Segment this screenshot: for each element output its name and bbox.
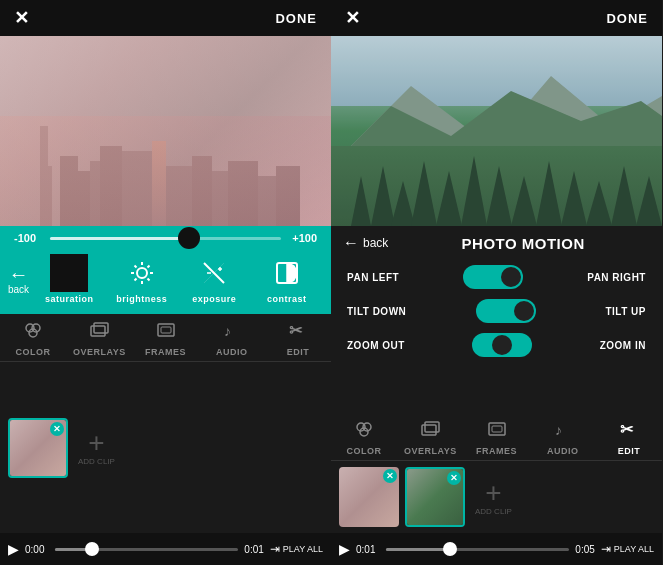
svg-line-7 bbox=[147, 266, 149, 268]
audio-label-left: AUDIO bbox=[216, 347, 248, 357]
audio-icon-left: ♪ bbox=[222, 320, 242, 345]
right-close-button[interactable]: ✕ bbox=[345, 7, 360, 29]
contrast-icon bbox=[274, 260, 300, 286]
svg-line-6 bbox=[147, 279, 149, 281]
exposure-label: exposure bbox=[192, 294, 236, 304]
exposure-icon bbox=[201, 260, 227, 286]
left-photo-area bbox=[0, 36, 331, 226]
slider-max-label: +100 bbox=[289, 232, 317, 244]
right-timeline: ▶ 0:01 0:05 ⇥ PLAY ALL bbox=[331, 533, 662, 565]
add-clip-label-right: ADD CLIP bbox=[475, 507, 512, 516]
svg-line-5 bbox=[134, 266, 136, 268]
zoom-in-label: ZOOM IN bbox=[600, 340, 646, 351]
tool-brightness[interactable]: brightness bbox=[106, 254, 178, 304]
toolbar-color-right[interactable]: COLOR bbox=[331, 419, 397, 456]
left-time-end: 0:01 bbox=[244, 544, 263, 555]
right-clip-1-delete[interactable]: ✕ bbox=[383, 469, 397, 483]
left-play-all-button[interactable]: ⇥ PLAY ALL bbox=[270, 542, 323, 556]
toolbar-color-left[interactable]: COLOR bbox=[0, 320, 66, 357]
overlays-label-right: OVERLAYS bbox=[404, 446, 457, 456]
right-top-bar: ✕ DONE bbox=[331, 0, 662, 36]
color-icon-left bbox=[23, 320, 43, 345]
frames-label-right: FRAMES bbox=[476, 446, 517, 456]
toolbar-audio-left[interactable]: ♪ AUDIO bbox=[199, 320, 265, 357]
play-all-label-left: PLAY ALL bbox=[283, 544, 323, 554]
svg-rect-44 bbox=[489, 423, 505, 435]
overlays-label-left: OVERLAYS bbox=[73, 347, 126, 357]
left-back-button[interactable]: ← back bbox=[8, 264, 29, 295]
pan-left-label: PAN LEFT bbox=[347, 272, 399, 283]
toolbar-edit-left[interactable]: ✂ EDIT bbox=[265, 320, 331, 357]
right-time-start: 0:01 bbox=[356, 544, 380, 555]
tilt-toggle[interactable] bbox=[476, 299, 536, 323]
right-play-all-button[interactable]: ⇥ PLAY ALL bbox=[601, 542, 654, 556]
overlays-icon-right bbox=[420, 419, 440, 444]
right-add-clip-button[interactable]: + ADD CLIP bbox=[475, 479, 512, 516]
back-arrow-icon: ← bbox=[9, 264, 29, 284]
svg-line-8 bbox=[134, 279, 136, 281]
left-add-clip-button[interactable]: + ADD CLIP bbox=[78, 429, 115, 466]
left-timeline-thumb[interactable] bbox=[85, 542, 99, 556]
toolbar-edit-right[interactable]: ✂ EDIT bbox=[596, 419, 662, 456]
left-play-button[interactable]: ▶ bbox=[8, 541, 19, 557]
toolbar-overlays-left[interactable]: OVERLAYS bbox=[66, 320, 132, 357]
left-timeline-track[interactable] bbox=[55, 548, 238, 551]
left-clip-row: ✕ + ADD CLIP bbox=[0, 362, 331, 533]
left-top-bar: ✕ DONE bbox=[0, 0, 331, 36]
color-icon-right bbox=[354, 419, 374, 444]
left-slider-area: -100 +100 bbox=[0, 226, 331, 248]
pan-toggle-row: PAN LEFT PAN RIGHT bbox=[331, 260, 662, 294]
right-clip-2[interactable]: ✕ bbox=[405, 467, 465, 527]
right-timeline-fill bbox=[386, 548, 450, 551]
brightness-icon bbox=[129, 260, 155, 286]
saturation-label: saturation bbox=[45, 294, 94, 304]
svg-rect-43 bbox=[425, 422, 439, 432]
toolbar-frames-right[interactable]: FRAMES bbox=[463, 419, 529, 456]
tool-saturation[interactable]: saturation bbox=[33, 254, 105, 304]
add-clip-label-left: ADD CLIP bbox=[78, 457, 115, 466]
right-back-button[interactable]: ← back bbox=[343, 234, 388, 252]
pan-toggle[interactable] bbox=[463, 265, 523, 289]
right-timeline-thumb[interactable] bbox=[443, 542, 457, 556]
slider-thumb[interactable] bbox=[178, 227, 200, 249]
right-play-button[interactable]: ▶ bbox=[339, 541, 350, 557]
toolbar-overlays-right[interactable]: OVERLAYS bbox=[397, 419, 463, 456]
zoom-toggle-row: ZOOM OUT ZOOM IN bbox=[331, 328, 662, 362]
svg-rect-20 bbox=[158, 324, 174, 336]
right-timeline-track[interactable] bbox=[386, 548, 569, 551]
play-all-icon-left: ⇥ bbox=[270, 542, 280, 556]
audio-label-right: AUDIO bbox=[547, 446, 579, 456]
right-panel: ✕ DONE bbox=[331, 0, 662, 565]
pan-right-label: PAN RIGHT bbox=[587, 272, 646, 283]
back-arrow-right-icon: ← bbox=[343, 234, 359, 252]
frames-label-left: FRAMES bbox=[145, 347, 186, 357]
svg-text:✂: ✂ bbox=[289, 322, 303, 339]
left-clip-1[interactable]: ✕ bbox=[8, 418, 68, 478]
toolbar-frames-left[interactable]: FRAMES bbox=[132, 320, 198, 357]
right-clip-2-delete[interactable]: ✕ bbox=[447, 471, 461, 485]
left-tool-row: ← back saturation bbox=[0, 248, 331, 314]
tool-contrast[interactable]: contrast bbox=[251, 254, 323, 304]
right-done-button[interactable]: DONE bbox=[606, 11, 648, 26]
zoom-toggle[interactable] bbox=[472, 333, 532, 357]
edit-icon-left: ✂ bbox=[288, 320, 308, 345]
left-done-button[interactable]: DONE bbox=[275, 11, 317, 26]
add-clip-plus-icon: + bbox=[88, 429, 104, 457]
right-clip-1[interactable]: ✕ bbox=[339, 467, 399, 527]
toolbar-audio-right[interactable]: ♪ AUDIO bbox=[530, 419, 596, 456]
contrast-icon-box bbox=[268, 254, 306, 292]
zoom-toggle-knob bbox=[492, 335, 512, 355]
back-label-right: back bbox=[363, 236, 388, 250]
tool-exposure[interactable]: exposure bbox=[178, 254, 250, 304]
slider-track[interactable] bbox=[50, 237, 281, 240]
play-all-icon-right: ⇥ bbox=[601, 542, 611, 556]
color-label-right: COLOR bbox=[347, 446, 382, 456]
brightness-label: brightness bbox=[116, 294, 167, 304]
svg-rect-21 bbox=[161, 327, 171, 333]
motion-controls: PAN LEFT PAN RIGHT TILT DOWN TILT UP ZOO… bbox=[331, 260, 662, 413]
svg-rect-18 bbox=[91, 326, 105, 336]
left-close-button[interactable]: ✕ bbox=[14, 7, 29, 29]
edit-label-left: EDIT bbox=[287, 347, 310, 357]
right-time-end: 0:05 bbox=[575, 544, 594, 555]
clip-1-delete[interactable]: ✕ bbox=[50, 422, 64, 436]
